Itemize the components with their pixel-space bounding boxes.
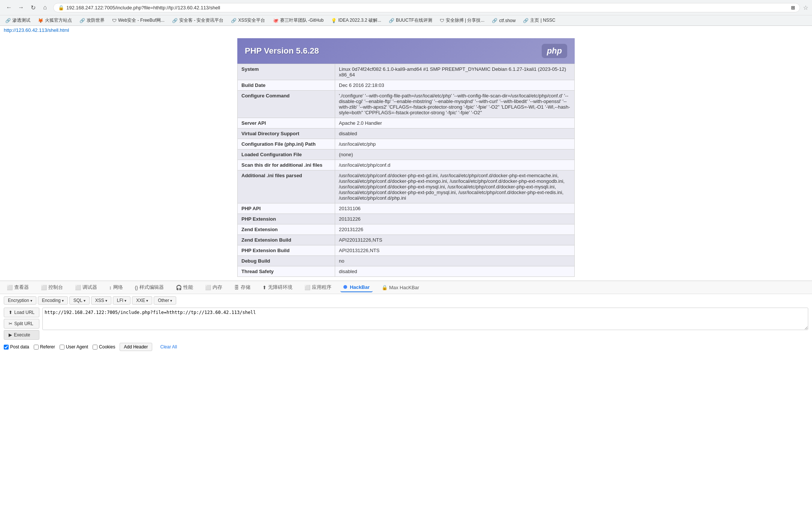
bookmark-icon-6: 🐙 — [273, 18, 279, 23]
devtools-tab-accessibility[interactable]: ⬆ 无障碍环境 — [259, 282, 295, 292]
table-row: Scan this dir for additional .ini files/… — [238, 160, 575, 170]
user-agent-checkbox[interactable] — [60, 345, 64, 350]
bookmark-icon-1: 🦊 — [38, 18, 43, 23]
user-agent-option[interactable]: User Agent — [60, 344, 88, 350]
split-url-button[interactable]: ✂ Split URL — [4, 319, 39, 329]
bookmark-security-pulse[interactable]: 🛡 安全脉搏 | 分享技... — [438, 16, 486, 24]
hackbar-menu-xxe[interactable]: XXE ▾ — [132, 296, 152, 305]
bookmark-freebuf[interactable]: 🛡 Web安全 - FreeBuf网... — [111, 16, 166, 24]
other-label: Other — [158, 298, 169, 303]
browser-titlebar: ← → ↻ ⌂ 🔒 192.168.247.122:7005/include.p… — [0, 0, 812, 15]
cookies-option[interactable]: Cookies — [93, 344, 115, 350]
info-value: /usr/local/etc/php/conf.d/docker-php-ext… — [335, 170, 575, 203]
table-row: Loaded Configuration File(none) — [238, 149, 575, 160]
execute-button[interactable]: ▶ Execute — [4, 330, 39, 340]
referer-checkbox[interactable] — [34, 345, 39, 350]
storage-icon: 🗄 — [234, 285, 239, 290]
bookmark-icon-0: 🔗 — [5, 18, 11, 23]
table-row: SystemLinux 0d74f24cf082 6.1.0-kali9-amd… — [238, 64, 575, 80]
info-label: Zend Extension — [238, 224, 335, 235]
browser-chrome: ← → ↻ ⌂ 🔒 192.168.247.122:7005/include.p… — [0, 0, 812, 26]
add-header-button[interactable]: Add Header — [120, 343, 152, 351]
hackbar-main: ⬆ Load URL ✂ Split URL ▶ Execute — [4, 308, 808, 340]
info-value: API20131226,NTS — [335, 245, 575, 256]
network-icon: ↕ — [109, 285, 112, 290]
load-url-icon: ⬆ — [9, 310, 12, 315]
back-button[interactable]: ← — [4, 2, 14, 13]
bookmark-penetration[interactable]: 🔗 渗透测试 — [4, 16, 32, 24]
hackbar-menu-encoding[interactable]: Encoding ▾ — [38, 296, 68, 305]
bookmark-firefox[interactable]: 🦊 火狐官方站点 — [36, 16, 73, 24]
info-value: './configure' '--with-config-file-path=/… — [335, 91, 575, 118]
split-url-icon: ✂ — [9, 321, 12, 326]
hackbar-menu-sql[interactable]: SQL ▾ — [69, 296, 90, 305]
devtools-tab-application[interactable]: ⬜ 应用程序 — [301, 282, 334, 292]
hackbar-menu-lfi[interactable]: LFI ▾ — [113, 296, 130, 305]
devtools-bar: ⬜ 查看器 ⬜ 控制台 ⬜ 调试器 ↕ 网络 {} 样式编辑器 🎧 性能 ⬜ 内… — [0, 281, 812, 294]
address-bar[interactable]: 🔒 192.168.247.122:7005/include.php?file=… — [53, 3, 800, 12]
info-label: Virtual Directory Support — [238, 128, 335, 139]
referer-option[interactable]: Referer — [34, 344, 55, 350]
reload-button[interactable]: ↻ — [28, 2, 38, 13]
devtools-tab-style-editor[interactable]: {} 样式编辑器 — [132, 282, 167, 292]
hackbar-dot-icon — [343, 285, 347, 289]
hackbar-menu-other[interactable]: Other ▾ — [154, 296, 176, 305]
devtools-tab-hackbar[interactable]: HackBar — [340, 283, 373, 292]
devtools-tab-performance[interactable]: 🎧 性能 — [173, 282, 196, 292]
bookmark-icon[interactable]: ☆ — [803, 4, 808, 11]
post-data-checkbox[interactable] — [4, 345, 9, 350]
info-value: (none) — [335, 149, 575, 160]
table-row: Configure Command'./configure' '--with-c… — [238, 91, 575, 118]
php-version-title: PHP Version 5.6.28 — [245, 46, 319, 56]
devtools-tab-network[interactable]: ↕ 网络 — [106, 282, 126, 292]
memory-icon: ⬜ — [205, 285, 211, 290]
bookmarks-bar: 🔗 渗透测试 🦊 火狐官方站点 🔗 攻防世界 🛡 Web安全 - FreeBuf… — [0, 15, 812, 25]
hackbar-menu-xss[interactable]: XSS ▾ — [91, 296, 111, 305]
bookmark-anquanke[interactable]: 🔗 安全客 - 安全资讯平台 — [171, 16, 225, 24]
bookmark-icon-9: 🛡 — [440, 18, 444, 23]
hackbar-menu: Encryption ▾ Encoding ▾ SQL ▾ XSS ▾ LFI … — [4, 296, 808, 305]
devtools-tab-max-hackbar[interactable]: 🔒 Max HacKBar — [379, 283, 422, 292]
bookmark-github[interactable]: 🐙 赛三叶草团队 -GitHub — [271, 16, 325, 24]
hackbar-url-input[interactable] — [42, 308, 808, 330]
info-label: System — [238, 64, 335, 80]
info-value: disabled — [335, 128, 575, 139]
lfi-arrow: ▾ — [124, 299, 126, 303]
php-info-table: SystemLinux 0d74f24cf082 6.1.0-kali9-amd… — [237, 64, 575, 277]
encoding-label: Encoding — [42, 298, 61, 303]
info-label: Configure Command — [238, 91, 335, 118]
bookmark-icon-8: 🔗 — [389, 18, 394, 23]
info-value: 20131226 — [335, 214, 575, 224]
info-label: Debug Build — [238, 256, 335, 266]
sql-arrow: ▾ — [84, 299, 85, 303]
devtools-tab-console[interactable]: ⬜ 控制台 — [38, 282, 66, 292]
devtools-tab-debugger[interactable]: ⬜ 调试器 — [72, 282, 100, 292]
hackbar-menu-encryption[interactable]: Encryption ▾ — [4, 296, 36, 305]
devtools-tab-memory[interactable]: ⬜ 内存 — [202, 282, 225, 292]
bookmark-idea[interactable]: 💡 IDEA 2022.3.2 破解... — [330, 16, 383, 24]
table-row: Virtual Directory Supportdisabled — [238, 128, 575, 139]
bookmark-ctf-world[interactable]: 🔗 攻防世界 — [78, 16, 106, 24]
application-icon: ⬜ — [304, 285, 310, 290]
info-label: Build Date — [238, 80, 335, 91]
info-value: Linux 0d74f24cf082 6.1.0-kali9-amd64 #1 … — [335, 64, 575, 80]
bookmark-xss[interactable]: 🔗 XSS安全平台 — [229, 16, 267, 24]
address-bar-text: 192.168.247.122:7005/include.php?file=ht… — [66, 5, 789, 10]
cookies-checkbox[interactable] — [93, 345, 97, 350]
security-icon: 🔒 — [58, 5, 64, 10]
home-button[interactable]: ⌂ — [40, 2, 50, 13]
info-label: PHP API — [238, 203, 335, 214]
bookmark-buuctf[interactable]: 🔗 BUUCTF在线评测 — [387, 16, 434, 24]
devtools-tab-storage[interactable]: 🗄 存储 — [231, 282, 253, 292]
bookmark-ctfshow[interactable]: 🔗 ctf.show — [490, 17, 517, 24]
bookmark-homepage[interactable]: 🔗 主页 | NSSC — [521, 16, 557, 24]
forward-button[interactable]: → — [16, 2, 26, 13]
post-data-option[interactable]: Post data — [4, 344, 29, 350]
table-row: Server APIApache 2.0 Handler — [238, 118, 575, 128]
devtools-tab-inspector[interactable]: ⬜ 查看器 — [4, 282, 32, 292]
console-icon: ⬜ — [41, 285, 47, 290]
table-row: Additional .ini files parsed/usr/local/e… — [238, 170, 575, 203]
info-value: 220131226 — [335, 224, 575, 235]
clear-all-button[interactable]: Clear All — [157, 343, 181, 351]
load-url-button[interactable]: ⬆ Load URL — [4, 308, 39, 317]
